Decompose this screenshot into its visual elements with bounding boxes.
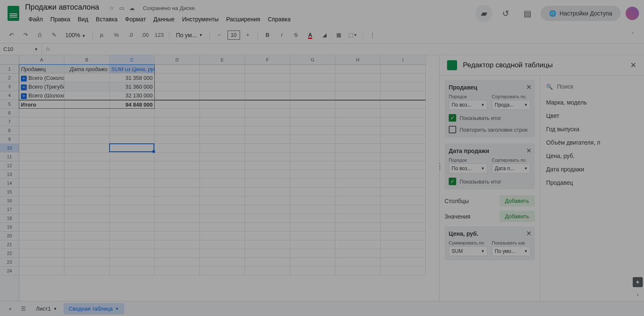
cell[interactable] [64,100,110,109]
select-all-corner[interactable] [0,55,19,65]
cell[interactable] [290,74,335,82]
cell[interactable] [290,100,335,109]
borders-button[interactable]: ▦ [332,29,345,41]
cell[interactable]: Продавец [19,65,64,74]
comments-icon[interactable]: ▤ [519,5,536,22]
cell[interactable] [381,82,426,91]
col-header[interactable]: E [200,55,245,64]
cell[interactable] [245,91,290,100]
col-header[interactable]: B [64,55,110,64]
row-header[interactable]: 11 [0,153,19,161]
row-header[interactable]: 13 [0,170,19,179]
cell[interactable] [335,74,381,82]
cell[interactable] [245,100,290,109]
cell[interactable] [64,82,110,91]
history-icon[interactable]: ↺ [497,5,514,22]
field-item[interactable]: Продавец [546,176,638,189]
cell[interactable] [64,74,110,82]
cell[interactable]: 94 848 000 [110,100,155,109]
cell[interactable]: Дата продажи [64,65,110,74]
paint-format-button[interactable]: ✎ [48,29,60,41]
currency-button[interactable]: р. [96,29,109,41]
move-icon[interactable]: ▭ [119,5,124,11]
row-header[interactable]: 3 [0,82,19,91]
field-item[interactable]: Цвет [546,109,638,122]
cell[interactable] [381,100,426,109]
cell[interactable] [335,91,381,100]
col-header[interactable]: G [290,55,335,64]
cell[interactable] [335,100,381,109]
search-input[interactable] [557,83,638,90]
number-format-button[interactable]: 123 [153,29,166,41]
cell[interactable] [155,100,200,109]
text-color-button[interactable]: A [304,29,317,41]
cloud-icon[interactable]: ☁ [129,5,135,11]
cell[interactable]: 31 360 000 [110,82,155,91]
collapse-toolbar-button[interactable]: ˆ [626,29,639,41]
dec-font-button[interactable]: − [213,29,226,41]
star-icon[interactable]: ☆ [109,5,114,11]
cell[interactable] [200,91,245,100]
row-header[interactable]: 16 [0,196,19,205]
undo-button[interactable]: ↶ [5,29,18,41]
cell[interactable] [155,74,200,82]
sheet-tab[interactable]: Лист1▼ [31,303,62,314]
row-header[interactable]: 23 [0,258,19,267]
row-header[interactable]: 24 [0,267,19,275]
fill-color-button[interactable]: ◢ [318,29,331,41]
cell[interactable]: Итого [19,100,64,109]
spreadsheet-grid[interactable]: A B C D E F G H I 1 2 3 4 5 [0,55,439,301]
cell[interactable] [64,91,110,100]
row-header[interactable]: 12 [0,161,19,170]
row-header[interactable]: 10 [0,144,19,153]
bold-button[interactable]: B [261,29,274,41]
menu-format[interactable]: Формат [122,14,149,24]
field-item[interactable]: Цена, руб. [546,149,638,163]
name-box[interactable]: C10▼ [0,43,42,55]
cell[interactable]: 31 358 000 [110,74,155,82]
cell[interactable]: 32 130 000 [110,91,155,100]
row-header[interactable]: 22 [0,249,19,258]
font-select[interactable]: По ум...▼ [173,32,206,38]
cell[interactable]: +Всего (Тригубов М.) [19,82,64,91]
redo-button[interactable]: ↷ [19,29,32,41]
doc-title[interactable]: Продажи автосалона [25,3,99,12]
show-total-checkbox[interactable]: ✓ [449,178,456,185]
zoom-select[interactable]: 100% ▼ [62,32,89,38]
row-header[interactable]: 2 [0,74,19,82]
expand-icon[interactable]: + [21,84,27,90]
cell[interactable] [155,65,200,74]
sheets-logo[interactable] [5,5,22,22]
col-header[interactable]: C [110,55,155,64]
col-header[interactable]: H [335,55,381,64]
col-header[interactable]: I [381,55,426,64]
font-size-input[interactable]: 10 [227,31,240,40]
cell[interactable] [335,82,381,91]
sheet-tab[interactable]: Сводная таблица▼ [64,303,124,314]
row-header[interactable]: 6 [0,109,19,117]
col-header[interactable]: D [155,55,200,64]
cell[interactable] [200,74,245,82]
menu-extensions[interactable]: Расширения [223,14,263,24]
cell[interactable] [381,74,426,82]
show-as-select[interactable]: По умо...▼ [492,246,531,256]
print-button[interactable]: ⎙ [33,29,46,41]
cell[interactable] [155,82,200,91]
inc-decimal-button[interactable]: .00 [139,29,151,41]
drag-handle-icon[interactable]: ⋮ [440,162,444,171]
cell[interactable]: +Всего (Соколов П.) [19,74,64,82]
row-header[interactable]: 20 [0,232,19,240]
row-header[interactable]: 15 [0,188,19,196]
show-total-checkbox[interactable]: ✓ [449,114,456,122]
close-icon[interactable]: ✕ [526,147,532,155]
add-columns-button[interactable]: Добавить [499,195,535,206]
row-header[interactable]: 4 [0,91,19,100]
field-item[interactable]: Год выпуска [546,122,638,136]
col-header[interactable]: F [245,55,290,64]
row-header[interactable]: 18 [0,214,19,223]
row-header[interactable]: 21 [0,240,19,249]
menu-tools[interactable]: Инструменты [179,14,222,24]
field-item[interactable]: Объём двигателя, л [546,136,638,149]
menu-help[interactable]: Справка [264,14,294,24]
col-header[interactable]: A [19,55,64,64]
